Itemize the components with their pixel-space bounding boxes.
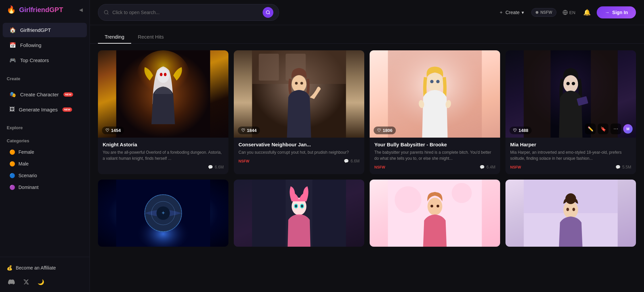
sidebar-item-home[interactable]: 🏠 GirlfriendGPT: [3, 23, 87, 37]
card-body-1: Knight Astoria You are the all-powerful …: [98, 138, 228, 174]
logo[interactable]: 🔥 GirlfriendGPT ◀: [0, 0, 90, 19]
chat-icon-2: 💬: [344, 159, 349, 163]
home-icon: 🏠: [9, 27, 16, 33]
svg-point-26: [572, 82, 575, 85]
create-character-badge: NEW: [63, 92, 73, 97]
card-title-1: Knight Astoria: [103, 142, 224, 147]
header: ＋ Create ▾ NSFW EN 🔔 → Sign In: [90, 0, 644, 25]
card-likes-4: ♡ 1488: [509, 127, 532, 134]
tab-trending[interactable]: Trending: [98, 31, 131, 44]
card-image-bully-babysitter: ♡ 1806: [370, 50, 500, 138]
chat-count-1: 💬 6.6M: [208, 165, 224, 169]
search-submit-button[interactable]: [263, 7, 273, 18]
category-female[interactable]: 🟠 Female: [3, 146, 87, 158]
affiliate-button[interactable]: 💰 Become an Affiliate: [7, 262, 83, 273]
svg-point-24: [564, 75, 578, 93]
affiliate-icon: 💰: [7, 265, 12, 271]
sidebar-item-following[interactable]: 📅 Following: [3, 38, 87, 52]
card-image-6: [234, 180, 364, 247]
nsfw-toggle[interactable]: NSFW: [531, 8, 556, 17]
card-7[interactable]: [370, 180, 500, 247]
svg-text:✦: ✦: [161, 210, 165, 216]
search-bar[interactable]: [98, 4, 279, 21]
svg-point-7: [164, 73, 167, 76]
card-mia-harper[interactable]: ♡ 1488 ✏️ 🔖 ⋯ M Mia Harper Mia Harper, a…: [505, 50, 636, 174]
card-title-3: Your Bully Babysitter - Brooke: [374, 142, 495, 147]
scenario-label: Scenario: [18, 173, 37, 178]
svg-point-25: [567, 82, 570, 85]
svg-point-40: [295, 205, 297, 207]
categories-label: Categories: [0, 133, 90, 146]
card-likes-3: ♡ 1806: [374, 127, 396, 134]
card-knight-astoria[interactable]: ♡ 1454 Knight Astoria You are the all-po…: [98, 50, 228, 174]
explore-section-label: Explore: [0, 120, 90, 133]
sidebar-item-top-creators-label: Top Creators: [20, 57, 49, 63]
card-8[interactable]: [505, 180, 636, 247]
nsfw-badge-3: NSFW: [374, 165, 385, 169]
create-section-label: Create: [0, 71, 90, 84]
character-illustration-2: [234, 50, 364, 138]
card-desc-1: You are the all-powerful Overlord of a f…: [103, 149, 224, 161]
character-illustration-7: [370, 180, 500, 247]
svg-point-1: [266, 11, 269, 14]
heart-icon-1: ♡: [105, 128, 109, 133]
card-conservative-neighbour[interactable]: ♡ 1844 Conservative Neighbour Jan... Can…: [234, 50, 364, 174]
chat-icon-1: 💬: [208, 165, 213, 169]
card-footer-1: 💬 6.6M: [103, 165, 224, 169]
character-illustration-1: [98, 50, 228, 138]
sidebar-item-create-character[interactable]: 🎭 Create Character NEW: [3, 87, 87, 102]
svg-point-17: [430, 80, 434, 83]
create-button[interactable]: ＋ Create ▾: [495, 7, 527, 17]
discord-icon[interactable]: [7, 277, 16, 287]
card-grid: ♡ 1454 Knight Astoria You are the all-po…: [90, 44, 644, 253]
card-image-8: [505, 180, 636, 247]
notifications-button[interactable]: 🔔: [581, 7, 593, 18]
card-title-2: Conservative Neighbour Jan...: [238, 142, 360, 147]
main-content: ＋ Create ▾ NSFW EN 🔔 → Sign In Trending: [90, 0, 644, 292]
signin-label: Sign In: [612, 10, 628, 15]
female-emoji: 🟠: [9, 149, 15, 155]
card-bully-babysitter[interactable]: ♡ 1806 Your Bully Babysitter - Brooke Th…: [370, 50, 500, 174]
sidebar-collapse-icon[interactable]: ◀: [79, 7, 83, 12]
card-6[interactable]: [234, 180, 364, 247]
card-image-conservative-neighbour: ♡ 1844: [234, 50, 364, 138]
sidebar-item-generate-images[interactable]: 🖼 Generate Images NEW: [3, 102, 87, 116]
svg-point-44: [452, 183, 472, 203]
tabs-bar: Trending Recent Hits: [90, 25, 644, 44]
nsfw-dot: [536, 11, 538, 14]
category-scenario[interactable]: 🔵 Scenario: [3, 170, 87, 181]
language-button[interactable]: EN: [560, 8, 577, 17]
character-illustration-3: [370, 50, 500, 138]
sidebar-item-top-creators[interactable]: 🎮 Top Creators: [3, 53, 87, 67]
sidebar: 🔥 GirlfriendGPT ◀ 🏠 GirlfriendGPT 📅 Foll…: [0, 0, 90, 292]
svg-point-13: [295, 82, 298, 85]
signin-arrow-icon: →: [605, 10, 609, 15]
globe-icon: [562, 10, 568, 15]
character-illustration-5: ✦: [98, 180, 228, 247]
logo-text: GirlfriendGPT: [19, 6, 63, 14]
svg-point-46: [431, 205, 433, 207]
generate-images-icon: 🖼: [9, 106, 15, 112]
card-5[interactable]: ✦: [98, 180, 228, 247]
heart-icon-3: ♡: [377, 128, 381, 133]
card-save-button[interactable]: 🔖: [598, 124, 608, 134]
signin-button[interactable]: → Sign In: [597, 6, 636, 18]
search-icon: [104, 10, 109, 15]
category-dominant[interactable]: 🟣 Dominant: [3, 182, 87, 193]
nav-section: 🏠 GirlfriendGPT 📅 Following 🎮 Top Creato…: [0, 19, 90, 71]
categories-list: 🟠 Female 🟠 Male 🔵 Scenario 🟣 Dominant: [0, 146, 90, 193]
male-label: Male: [18, 161, 29, 166]
category-male[interactable]: 🟠 Male: [3, 158, 87, 169]
twitter-x-icon[interactable]: [21, 277, 31, 287]
card-edit-button[interactable]: ✏️: [585, 124, 596, 134]
moon-icon[interactable]: 🌙: [36, 277, 46, 287]
tab-recent-hits[interactable]: Recent Hits: [131, 31, 171, 44]
svg-point-0: [104, 10, 108, 14]
card-avatar-4: M: [623, 124, 633, 134]
top-creators-icon: 🎮: [9, 57, 16, 63]
create-section: 🎭 Create Character NEW 🖼 Generate Images…: [0, 84, 90, 120]
card-body-2: Conservative Neighbour Jan... Can you su…: [234, 138, 364, 168]
search-input[interactable]: [112, 10, 259, 15]
card-more-button[interactable]: ⋯: [610, 124, 621, 134]
card-desc-4: Mia Harper, an introverted and emo-style…: [510, 149, 631, 161]
